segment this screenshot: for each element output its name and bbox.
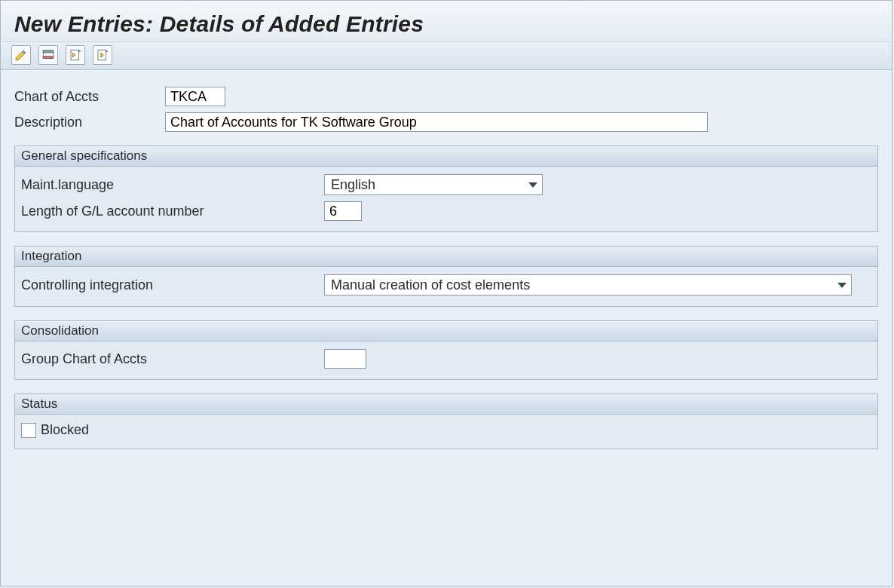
- previous-entry-icon: [69, 48, 82, 62]
- next-entry-icon: [96, 48, 109, 62]
- table-settings-icon: [41, 48, 55, 62]
- controlling-integration-dropdown[interactable]: Manual creation of cost elements: [324, 274, 852, 296]
- chevron-down-icon: [528, 182, 537, 188]
- blocked-checkbox[interactable]: [21, 423, 36, 438]
- group-chart-of-accts-label: Group Chart of Accts: [21, 351, 324, 367]
- consolidation-body: Group Chart of Accts: [15, 341, 877, 379]
- gl-length-row: Length of G/L account number: [21, 198, 871, 224]
- blocked-row: Blocked: [21, 419, 871, 441]
- general-specifications-group: General specifications Maint.language En…: [14, 145, 878, 232]
- controlling-integration-label: Controlling integration: [21, 277, 324, 293]
- integration-body: Controlling integration Manual creation …: [15, 267, 877, 306]
- group-chart-of-accts-row: Group Chart of Accts: [21, 346, 871, 372]
- group-chart-of-accts-input[interactable]: [324, 349, 366, 369]
- description-label: Description: [14, 115, 165, 130]
- window: New Entries: Details of Added Entries Ch…: [0, 0, 892, 586]
- gl-length-label: Length of G/L account number: [21, 204, 324, 219]
- maint-language-row: Maint.language English: [21, 171, 871, 198]
- toolbar-change-button[interactable]: [11, 45, 31, 65]
- page-title: New Entries: Details of Added Entries: [14, 11, 878, 37]
- chart-of-accts-label: Chart of Accts: [14, 89, 165, 105]
- maint-language-dropdown[interactable]: English: [324, 174, 543, 195]
- chart-of-accts-row: Chart of Accts: [14, 87, 878, 106]
- chevron-down-icon: [837, 283, 847, 288]
- maint-language-label: Maint.language: [21, 177, 324, 193]
- integration-group: Integration Controlling integration Manu…: [14, 246, 878, 307]
- consolidation-group: Consolidation Group Chart of Accts: [14, 320, 878, 380]
- svg-rect-2: [43, 57, 54, 59]
- toolbar-next-entry-button[interactable]: [93, 45, 112, 65]
- chart-of-accts-input[interactable]: [165, 87, 225, 106]
- toolbar: [1, 42, 892, 70]
- maint-language-value: English: [331, 177, 375, 193]
- svg-rect-1: [43, 51, 54, 53]
- consolidation-title: Consolidation: [15, 321, 877, 341]
- content-area: Chart of Accts Description General speci…: [1, 70, 892, 457]
- toolbar-table-settings-button[interactable]: [38, 45, 58, 65]
- general-specifications-title: General specifications: [15, 146, 877, 167]
- titlebar: New Entries: Details of Added Entries: [1, 1, 892, 42]
- status-title: Status: [15, 394, 877, 415]
- status-group: Status Blocked: [14, 394, 878, 449]
- description-input[interactable]: [165, 112, 708, 132]
- blocked-label: Blocked: [41, 422, 89, 438]
- status-body: Blocked: [15, 415, 877, 449]
- change-icon: [14, 48, 28, 62]
- description-row: Description: [14, 112, 878, 132]
- toolbar-previous-entry-button[interactable]: [66, 45, 85, 65]
- general-specifications-body: Maint.language English Length of G/L acc…: [15, 167, 877, 231]
- gl-length-input[interactable]: [324, 201, 362, 221]
- controlling-integration-value: Manual creation of cost elements: [331, 277, 530, 293]
- integration-title: Integration: [15, 247, 877, 267]
- controlling-integration-row: Controlling integration Manual creation …: [21, 271, 871, 299]
